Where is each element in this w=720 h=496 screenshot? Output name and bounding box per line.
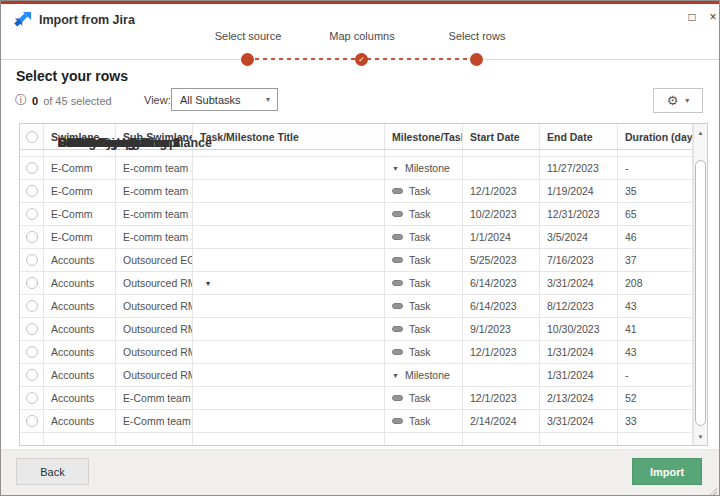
cell-type: Task xyxy=(385,295,463,317)
maximize-icon[interactable]: □ xyxy=(681,6,703,28)
cell-end-date: 10/30/2023 xyxy=(540,318,618,340)
table-row[interactable]: Accounts E-Comm team 1 Billing managemen… xyxy=(20,387,693,410)
cell-sub-swimlane: Outsourced RMS xyxy=(116,318,193,340)
settings-button[interactable]: ⚙ ▾ xyxy=(653,88,703,113)
row-radio[interactable] xyxy=(26,392,38,404)
type-label: Task xyxy=(409,392,431,404)
import-button[interactable]: Import xyxy=(632,458,702,485)
check-icon: ✓ xyxy=(358,53,365,66)
cell-swimlane: Accounts xyxy=(44,387,116,409)
cell-swimlane: Accounts xyxy=(44,249,116,271)
cell-end-date: 1/31/2024 xyxy=(540,341,618,363)
close-icon[interactable]: × xyxy=(702,6,720,28)
cell-duration: 46 xyxy=(618,226,693,248)
cell-start-date xyxy=(463,364,540,386)
type-label: Task xyxy=(409,208,431,220)
view-dropdown[interactable]: All Subtasks ▾ xyxy=(171,88,278,111)
table-row[interactable]: Accounts Outsourced RMS ▾ Partner integr… xyxy=(20,272,693,295)
step-label-select-rows: Select rows xyxy=(449,30,506,42)
row-radio[interactable] xyxy=(26,300,38,312)
table-row[interactable]: Accounts Outsourced EGL SSO integration … xyxy=(20,249,693,272)
table-row[interactable]: Accounts Outsourced RMS Partner integrat… xyxy=(20,341,693,364)
scroll-up-icon[interactable]: ▲ xyxy=(694,125,707,140)
cell-sub-swimlane: Outsourced RMS xyxy=(116,272,193,294)
row-radio[interactable] xyxy=(26,208,38,220)
row-radio-cell xyxy=(20,226,44,248)
row-radio-cell xyxy=(20,387,44,409)
row-radio[interactable] xyxy=(26,254,38,266)
table-row[interactable]: Accounts E-Comm team 1 Centralized Billi… xyxy=(20,410,693,433)
row-radio-cell xyxy=(20,249,44,271)
cell-sub-swimlane: E-Comm team 1 xyxy=(116,387,193,409)
vertical-scrollbar[interactable]: ▲ ▼ xyxy=(693,124,707,445)
cell-start-date: 12/1/2023 xyxy=(463,341,540,363)
select-all-radio[interactable] xyxy=(26,131,38,143)
table-row[interactable]: E-Comm E-comm team 2 SP M2 ▼ Milestone 1… xyxy=(20,157,693,180)
type-icon xyxy=(392,349,403,355)
cell-duration: 41 xyxy=(618,318,693,340)
table-row[interactable]: E-Comm E-comm team 3 GDPR Compliance Tas… xyxy=(20,226,693,249)
cell-start-date xyxy=(463,157,540,179)
cell-start-date: 12/1/2023 xyxy=(463,180,540,202)
table-row[interactable]: E-Comm E-comm team 2 Localization Task 1… xyxy=(20,180,693,203)
table-row[interactable]: Accounts Outsourced RMS Partner integrat… xyxy=(20,295,693,318)
cell-end-date: 3/31/2024 xyxy=(540,410,618,432)
row-radio[interactable] xyxy=(26,369,38,381)
step-label-select-source: Select source xyxy=(215,30,282,42)
row-radio[interactable] xyxy=(26,323,38,335)
cell-title: Partner integration 2 xyxy=(193,318,385,340)
cell-duration: 208 xyxy=(618,272,693,294)
cell-duration: - xyxy=(618,157,693,179)
cell-start-date: 12/1/2023 xyxy=(463,387,540,409)
table-row[interactable]: Accounts Outsourced RMS Partner integrat… xyxy=(20,318,693,341)
step-dot-map-columns[interactable]: ✓ xyxy=(355,53,368,66)
step-dot-select-source[interactable] xyxy=(241,53,254,66)
type-icon xyxy=(392,280,403,286)
step-dot-select-rows[interactable] xyxy=(470,53,483,66)
cell-swimlane: Accounts xyxy=(44,364,116,386)
cell-duration: 65 xyxy=(618,203,693,225)
partial-row-top xyxy=(20,150,693,157)
cell-sub-swimlane: E-Comm team 1 xyxy=(116,410,193,432)
tree-collapse-icon[interactable]: ▾ xyxy=(206,279,210,288)
cell-type: Task xyxy=(385,226,463,248)
cell-duration: - xyxy=(618,364,693,386)
cell-title: Billing management xyxy=(193,387,385,409)
type-icon xyxy=(392,257,403,263)
selected-count: 0 xyxy=(32,95,38,107)
scrollbar-thumb[interactable] xyxy=(695,160,706,426)
row-radio[interactable] xyxy=(26,346,38,358)
cell-type: ▼ Milestone xyxy=(385,157,463,179)
cell-title: SSO integration xyxy=(193,249,385,271)
back-button[interactable]: Back xyxy=(16,458,89,485)
stepper-line-left xyxy=(1,59,242,60)
selected-suffix: of 45 selected xyxy=(43,95,112,107)
row-radio[interactable] xyxy=(26,415,38,427)
cell-end-date: 7/16/2023 xyxy=(540,249,618,271)
type-label: Task xyxy=(409,277,431,289)
cell-end-date: 1/19/2024 xyxy=(540,180,618,202)
type-label: Task xyxy=(409,231,431,243)
cell-title: Localization xyxy=(193,180,385,202)
cell-start-date: 2/14/2024 xyxy=(463,410,540,432)
scroll-down-icon[interactable]: ▼ xyxy=(694,429,707,444)
cell-sub-swimlane: E-comm team 2 xyxy=(116,157,193,179)
footer-bar: Back Import xyxy=(1,449,719,496)
type-icon: ▼ xyxy=(392,372,399,379)
row-radio-cell xyxy=(20,295,44,317)
table-row[interactable]: Accounts Outsourced RMS P3 ▼ Milestone 1… xyxy=(20,364,693,387)
row-radio[interactable] xyxy=(26,231,38,243)
row-radio[interactable] xyxy=(26,185,38,197)
cell-swimlane: E-Comm xyxy=(44,203,116,225)
column-header-duration: Duration (days) xyxy=(618,124,693,149)
table-row[interactable]: E-Comm E-comm team 3 SOC 2 Type 2 Compli… xyxy=(20,203,693,226)
type-icon xyxy=(392,395,403,401)
resize-grip-icon[interactable] xyxy=(707,485,717,495)
cell-title: Partner integration 3 xyxy=(193,341,385,363)
row-radio[interactable] xyxy=(26,162,38,174)
cell-start-date: 6/14/2023 xyxy=(463,295,540,317)
import-from-jira-dialog: Import from Jira □ × Select source Map c… xyxy=(0,0,720,496)
cell-sub-swimlane: Outsourced EGL xyxy=(116,249,193,271)
window-title: Import from Jira xyxy=(39,13,135,27)
row-radio[interactable] xyxy=(26,277,38,289)
